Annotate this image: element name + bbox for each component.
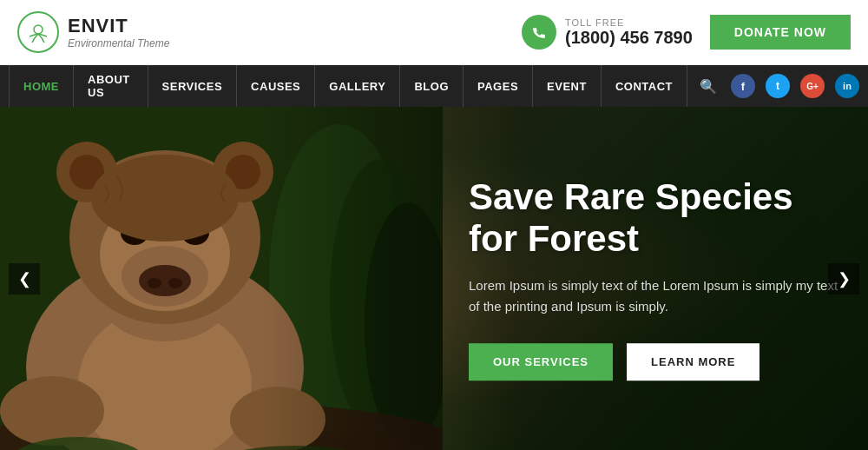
hero-content: Save Rare Species for Forest Lorem Ipsum…: [469, 176, 842, 381]
nav-contact[interactable]: CONTACT: [602, 65, 687, 107]
nav-home[interactable]: HOME: [9, 65, 74, 107]
search-icon[interactable]: 🔍: [696, 74, 720, 98]
toll-label: TOLL FREE: [565, 17, 693, 28]
nav-links: HOME ABOUT US SERVICES CAUSES GALLERY BL…: [9, 65, 687, 107]
nav-gallery[interactable]: GALLERY: [315, 65, 400, 107]
our-services-button[interactable]: OUR SERVICES: [469, 343, 613, 381]
main-navbar: HOME ABOUT US SERVICES CAUSES GALLERY BL…: [0, 65, 868, 107]
nav-social-icons: 🔍 f t G+ in: [696, 74, 859, 98]
donate-button[interactable]: DONATE NOW: [710, 15, 851, 50]
logo-name: ENVIT: [68, 15, 169, 37]
nav-causes[interactable]: CAUSES: [237, 65, 315, 107]
toll-free: TOLL FREE (1800) 456 7890: [522, 15, 693, 50]
hero-title: Save Rare Species for Forest: [469, 176, 842, 261]
hero-prev-arrow[interactable]: ❮: [9, 263, 40, 294]
toll-free-text: TOLL FREE (1800) 456 7890: [565, 17, 693, 48]
nav-services[interactable]: SERVICES: [148, 65, 238, 107]
nav-about[interactable]: ABOUT US: [74, 65, 148, 107]
nav-blog[interactable]: BLOG: [400, 65, 464, 107]
logo-tagline: Environmental Theme: [68, 37, 169, 50]
hero-buttons: OUR SERVICES LEARN MORE: [469, 343, 842, 381]
logo-icon: [17, 11, 59, 53]
learn-more-button[interactable]: LEARN MORE: [627, 343, 760, 381]
logo-area: ENVIT Environmental Theme: [17, 11, 169, 53]
toll-number: (1800) 456 7890: [565, 28, 693, 48]
facebook-icon[interactable]: f: [731, 74, 755, 98]
header-right: TOLL FREE (1800) 456 7890 DONATE NOW: [522, 15, 851, 50]
hero-next-arrow[interactable]: ❯: [828, 263, 859, 294]
linkedin-icon[interactable]: in: [835, 74, 859, 98]
phone-icon: [522, 15, 556, 50]
nav-event[interactable]: EVENT: [533, 65, 602, 107]
site-header: ENVIT Environmental Theme TOLL FREE (180…: [0, 0, 868, 65]
hero-section: Save Rare Species for Forest Lorem Ipsum…: [0, 107, 868, 450]
twitter-icon[interactable]: t: [766, 74, 790, 98]
hero-description: Lorem Ipsum is simply text of the Lorem …: [469, 275, 842, 317]
svg-point-0: [34, 25, 43, 34]
google-plus-icon[interactable]: G+: [800, 74, 825, 98]
nav-pages[interactable]: PAGES: [464, 65, 533, 107]
logo-text: ENVIT Environmental Theme: [68, 15, 169, 50]
